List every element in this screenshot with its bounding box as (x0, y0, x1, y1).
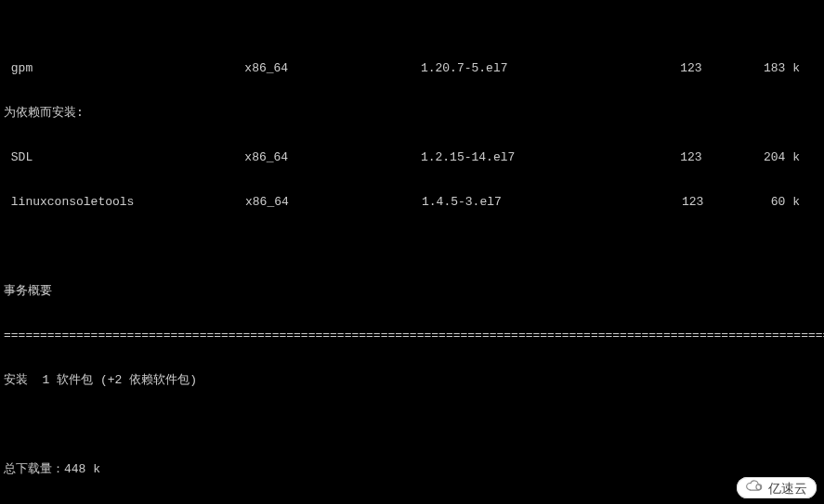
hr: ========================================… (4, 329, 820, 343)
blank-line (4, 239, 820, 254)
pkg-size: 183 k (764, 61, 820, 76)
pkg-name: SDL (4, 150, 244, 165)
cloud-icon (744, 480, 765, 496)
install-count-line: 安装 1 软件包 (+2 依赖软件包) (4, 373, 820, 388)
pkg-size: 204 k (764, 150, 820, 165)
pkg-repo: 123 (680, 150, 764, 165)
pkg-size: 60 k (765, 195, 820, 210)
pkg-repo: 123 (682, 195, 765, 210)
pkg-name: gpm (4, 61, 244, 76)
download-size: 总下载量：448 k (4, 462, 820, 477)
pkg-version: 1.20.7-5.el7 (421, 61, 680, 76)
summary-header: 事务概要 (4, 284, 820, 299)
dep-header: 为依赖而安装: (4, 106, 820, 121)
pkg-arch: x86_64 (245, 195, 422, 210)
pkg-version: 1.4.5-3.el7 (422, 195, 682, 210)
blank-line (4, 418, 820, 433)
pkg-arch: x86_64 (244, 61, 421, 76)
pkg-row: gpm x86_64 1.20.7-5.el7 123 183 k (4, 61, 820, 76)
pkg-name: linuxconsoletools (4, 195, 245, 210)
pkg-repo: 123 (680, 61, 764, 76)
pkg-version: 1.2.15-14.el7 (421, 150, 680, 165)
watermark-badge: 亿速云 (737, 477, 817, 498)
terminal-output[interactable]: gpm x86_64 1.20.7-5.el7 123 183 k 为依赖而安装… (0, 0, 824, 504)
pkg-arch: x86_64 (244, 150, 421, 165)
pkg-row: SDL x86_64 1.2.15-14.el7 123 204 k (4, 150, 820, 165)
pkg-row: linuxconsoletools x86_64 1.4.5-3.el7 123… (4, 195, 820, 210)
watermark-text: 亿速云 (768, 481, 807, 496)
